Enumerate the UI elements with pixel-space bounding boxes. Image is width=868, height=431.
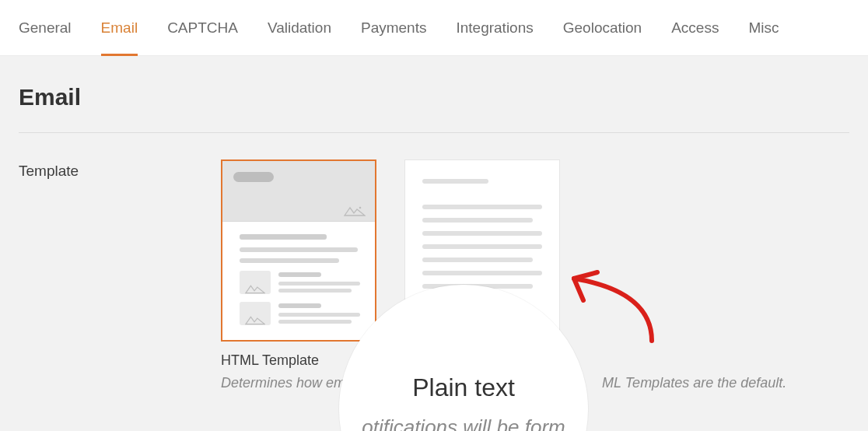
template-option-html-caption: HTML Template xyxy=(221,352,376,369)
tab-general[interactable]: General xyxy=(19,0,72,56)
template-description-right: ML Templates are the default. xyxy=(602,375,786,391)
template-option-html[interactable] xyxy=(221,159,376,342)
tab-misc[interactable]: Misc xyxy=(748,0,779,56)
tab-integrations[interactable]: Integrations xyxy=(456,0,533,56)
tab-geolocation[interactable]: Geolocation xyxy=(563,0,642,56)
tab-access[interactable]: Access xyxy=(671,0,719,56)
tab-email[interactable]: Email xyxy=(101,0,138,56)
section-title: Email xyxy=(19,84,849,110)
svg-point-0 xyxy=(359,207,362,209)
template-description-left: Determines how em xyxy=(221,375,345,391)
template-option-plain[interactable] xyxy=(404,159,560,342)
tab-captcha[interactable]: CAPTCHA xyxy=(167,0,238,56)
mountain-icon xyxy=(245,283,265,294)
mountain-icon xyxy=(344,205,366,216)
settings-tabbar: General Email CAPTCHA Validation Payment… xyxy=(0,0,868,56)
template-description: Determines how em ML Templates are the d… xyxy=(221,375,786,391)
mountain-icon xyxy=(245,314,265,325)
tab-validation[interactable]: Validation xyxy=(268,0,331,56)
template-label: Template xyxy=(19,159,198,391)
magnifier-subtitle: otifications will be form xyxy=(339,415,588,431)
section-divider xyxy=(19,132,849,133)
tab-payments[interactable]: Payments xyxy=(361,0,426,56)
